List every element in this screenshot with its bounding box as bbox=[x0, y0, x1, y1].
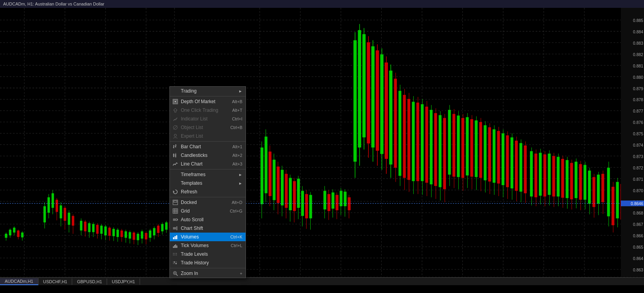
svg-text:0.868: 0.868 bbox=[633, 211, 643, 215]
svg-rect-193 bbox=[443, 118, 446, 189]
separator-2 bbox=[170, 141, 246, 142]
menu-item-indicator-list[interactable]: Indicator List Ctrl+I bbox=[170, 115, 246, 123]
menu-item-expert-list[interactable]: Expert List bbox=[170, 132, 246, 140]
svg-rect-117 bbox=[269, 151, 271, 196]
one-click-trading-icon bbox=[172, 107, 178, 113]
menu-item-refresh[interactable]: Refresh bbox=[170, 187, 246, 196]
svg-rect-217 bbox=[497, 131, 500, 184]
tab-usdjpy-h1[interactable]: USDJPY,H1 bbox=[107, 278, 140, 285]
menu-item-volumes[interactable]: Volumes Ctrl+K bbox=[170, 233, 246, 241]
svg-rect-153 bbox=[353, 40, 357, 162]
expert-list-icon bbox=[172, 133, 178, 139]
svg-rect-0 bbox=[0, 8, 644, 285]
svg-rect-123 bbox=[281, 170, 284, 206]
menu-item-zoom-in[interactable]: Zoom In + bbox=[170, 269, 246, 278]
indicator-list-icon bbox=[172, 116, 178, 122]
menu-item-tick-volumes[interactable]: Tick Volumes Ctrl+L bbox=[170, 241, 246, 250]
menu-item-docked[interactable]: Docked Alt+D bbox=[170, 198, 246, 207]
svg-rect-215 bbox=[493, 129, 495, 183]
menu-item-timeframes[interactable]: Timeframes ► bbox=[170, 170, 246, 179]
svg-rect-225 bbox=[515, 141, 518, 191]
svg-rect-93 bbox=[133, 233, 135, 240]
svg-rect-362 bbox=[173, 237, 174, 239]
menu-item-trading[interactable]: Trading ► bbox=[170, 87, 246, 95]
svg-text:0.871: 0.871 bbox=[633, 177, 643, 182]
menu-item-candlesticks[interactable]: Candlesticks Alt+2 bbox=[170, 151, 246, 160]
svg-rect-57 bbox=[56, 200, 58, 212]
svg-rect-75 bbox=[96, 225, 98, 234]
svg-rect-241 bbox=[552, 156, 555, 197]
svg-rect-175 bbox=[403, 95, 406, 178]
menu-item-auto-scroll[interactable]: Auto Scroll bbox=[170, 215, 246, 224]
svg-rect-85 bbox=[116, 230, 119, 237]
auto-scroll-icon bbox=[172, 217, 178, 223]
menu-item-trade-history[interactable]: Trade History bbox=[170, 258, 246, 267]
menu-item-one-click-trading[interactable]: One Click Trading Alt+T bbox=[170, 106, 246, 115]
svg-rect-185 bbox=[425, 107, 428, 183]
svg-rect-125 bbox=[285, 174, 287, 208]
svg-rect-231 bbox=[530, 151, 533, 197]
svg-rect-237 bbox=[543, 155, 546, 197]
svg-rect-349 bbox=[174, 201, 177, 202]
svg-rect-129 bbox=[293, 181, 296, 211]
svg-rect-45 bbox=[13, 227, 15, 232]
svg-rect-157 bbox=[362, 34, 366, 137]
separator-1 bbox=[170, 96, 246, 96]
svg-rect-221 bbox=[506, 135, 509, 187]
svg-rect-189 bbox=[434, 113, 437, 186]
svg-text:0.885: 0.885 bbox=[633, 18, 643, 23]
menu-item-grid[interactable]: Grid Ctrl+G bbox=[170, 207, 246, 215]
menu-item-depth-of-market[interactable]: Depth Of Market Alt+B bbox=[170, 97, 246, 106]
svg-text:0.863: 0.863 bbox=[633, 268, 643, 272]
svg-text:0.8646: 0.8646 bbox=[631, 202, 643, 206]
svg-rect-243 bbox=[557, 157, 560, 197]
menu-item-trade-levels[interactable]: Trade Levels bbox=[170, 250, 246, 258]
submenu-arrow-templates: ► bbox=[238, 181, 242, 186]
svg-rect-257 bbox=[588, 171, 591, 204]
svg-text:0.878: 0.878 bbox=[633, 98, 643, 102]
templates-icon bbox=[172, 180, 178, 186]
svg-rect-69 bbox=[84, 222, 86, 231]
svg-rect-121 bbox=[277, 167, 280, 203]
tab-audcadm-h1[interactable]: AUDCADm,H1 bbox=[0, 278, 38, 285]
svg-text:0.877: 0.877 bbox=[633, 109, 643, 113]
menu-item-chart-shift[interactable]: Chart Shift bbox=[170, 224, 246, 233]
svg-rect-101 bbox=[149, 231, 151, 238]
tab-gbpusd-h1[interactable]: GBPUSD,H1 bbox=[72, 278, 107, 285]
svg-rect-137 bbox=[309, 195, 312, 218]
svg-rect-41 bbox=[5, 234, 7, 238]
svg-rect-251 bbox=[575, 162, 577, 198]
object-list-icon bbox=[172, 124, 178, 131]
svg-rect-49 bbox=[21, 233, 24, 237]
svg-line-376 bbox=[176, 274, 178, 276]
menu-item-line-chart[interactable]: Line Chart Alt+3 bbox=[170, 160, 246, 168]
svg-rect-95 bbox=[137, 234, 139, 240]
chart-shift-icon bbox=[172, 225, 178, 231]
svg-text:0.865: 0.865 bbox=[633, 245, 643, 249]
menu-item-bar-chart[interactable]: Bar Chart Alt+1 bbox=[170, 142, 246, 151]
svg-rect-211 bbox=[484, 125, 486, 180]
svg-rect-97 bbox=[141, 231, 143, 239]
menu-item-object-list[interactable]: Object List Ctrl+B bbox=[170, 123, 246, 132]
tab-usdchf-h1[interactable]: USDCHF,H1 bbox=[38, 278, 73, 285]
svg-rect-245 bbox=[561, 159, 564, 198]
candlesticks-icon bbox=[172, 152, 178, 158]
svg-rect-89 bbox=[125, 231, 127, 238]
svg-rect-115 bbox=[265, 136, 267, 193]
tick-volumes-icon bbox=[172, 242, 178, 249]
svg-rect-163 bbox=[376, 50, 379, 151]
svg-rect-205 bbox=[470, 119, 473, 177]
menu-item-templates[interactable]: Templates ► bbox=[170, 179, 246, 187]
svg-rect-155 bbox=[358, 30, 361, 147]
submenu-arrow-trading: ► bbox=[238, 89, 242, 93]
svg-rect-249 bbox=[570, 163, 573, 199]
svg-rect-255 bbox=[584, 165, 586, 200]
svg-text:0.866: 0.866 bbox=[633, 234, 643, 238]
svg-text:0.873: 0.873 bbox=[633, 155, 643, 159]
tab-bar: AUDCADm,H1 USDCHF,H1 GBPUSD,H1 USDJPY,H1 bbox=[0, 277, 644, 285]
svg-rect-187 bbox=[430, 110, 433, 184]
svg-rect-83 bbox=[113, 229, 115, 237]
svg-rect-91 bbox=[129, 232, 131, 239]
svg-text:0.879: 0.879 bbox=[633, 87, 643, 91]
svg-rect-99 bbox=[145, 233, 147, 240]
